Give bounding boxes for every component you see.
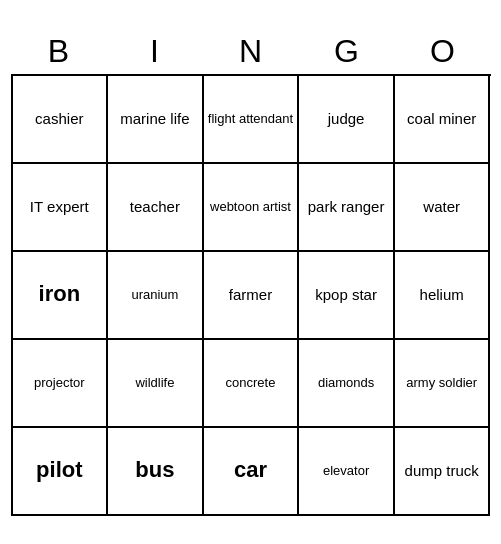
bingo-cell-21: bus	[108, 428, 204, 516]
bingo-cell-9: water	[395, 164, 491, 252]
bingo-cell-14: helium	[395, 252, 491, 340]
bingo-card: BINGO cashiermarine lifeflight attendant…	[11, 29, 491, 516]
bingo-header: BINGO	[11, 29, 491, 74]
bingo-cell-23: elevator	[299, 428, 395, 516]
bingo-cell-12: farmer	[204, 252, 300, 340]
bingo-cell-11: uranium	[108, 252, 204, 340]
bingo-cell-2: flight attendant	[204, 76, 300, 164]
bingo-cell-15: projector	[13, 340, 109, 428]
bingo-cell-18: diamonds	[299, 340, 395, 428]
bingo-cell-16: wildlife	[108, 340, 204, 428]
bingo-cell-20: pilot	[13, 428, 109, 516]
bingo-cell-17: concrete	[204, 340, 300, 428]
bingo-cell-4: coal miner	[395, 76, 491, 164]
header-letter-N: N	[203, 29, 299, 74]
bingo-cell-10: iron	[13, 252, 109, 340]
bingo-cell-8: park ranger	[299, 164, 395, 252]
bingo-grid: cashiermarine lifeflight attendantjudgec…	[11, 74, 491, 516]
bingo-cell-1: marine life	[108, 76, 204, 164]
bingo-cell-19: army soldier	[395, 340, 491, 428]
header-letter-B: B	[11, 29, 107, 74]
bingo-cell-5: IT expert	[13, 164, 109, 252]
bingo-cell-7: webtoon artist	[204, 164, 300, 252]
bingo-cell-3: judge	[299, 76, 395, 164]
bingo-cell-22: car	[204, 428, 300, 516]
header-letter-O: O	[395, 29, 491, 74]
header-letter-I: I	[107, 29, 203, 74]
header-letter-G: G	[299, 29, 395, 74]
bingo-cell-24: dump truck	[395, 428, 491, 516]
bingo-cell-6: teacher	[108, 164, 204, 252]
bingo-cell-0: cashier	[13, 76, 109, 164]
bingo-cell-13: kpop star	[299, 252, 395, 340]
